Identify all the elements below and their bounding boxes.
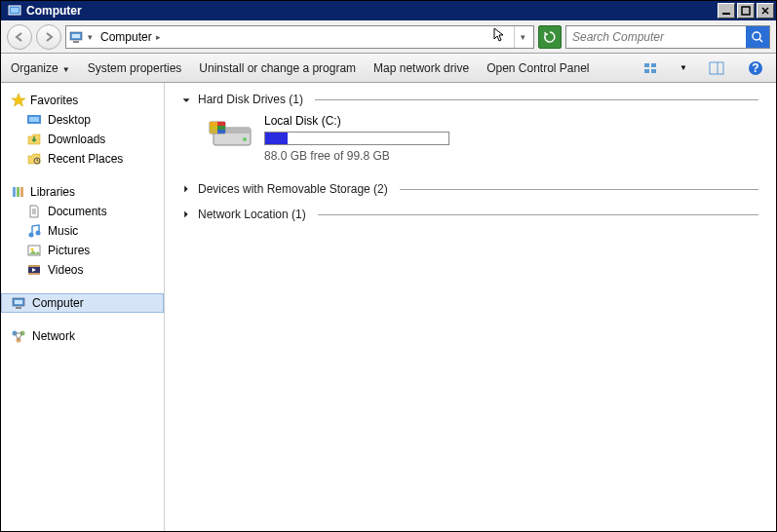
svg-rect-37: [16, 307, 21, 309]
sidebar-item-network[interactable]: Network: [1, 326, 164, 346]
hard-disk-icon: [208, 114, 254, 153]
sidebar-item-pictures[interactable]: Pictures: [1, 241, 164, 260]
svg-rect-51: [210, 122, 217, 133]
divider: [400, 189, 758, 190]
sidebar-item-label: Pictures: [48, 244, 90, 257]
map-network-drive-button[interactable]: Map network drive: [373, 61, 469, 75]
section-header-hdd[interactable]: 🞃 Hard Disk Drives (1): [182, 93, 758, 106]
favorites-header[interactable]: Favorites: [1, 91, 164, 110]
pictures-icon: [26, 243, 42, 258]
minimize-button[interactable]: [718, 3, 735, 19]
address-bar[interactable]: ▾ Computer ▸ ▾: [65, 25, 534, 49]
refresh-button[interactable]: [538, 25, 562, 49]
libraries-icon: [11, 184, 26, 200]
cursor-icon: [492, 27, 506, 46]
svg-point-31: [31, 248, 34, 251]
system-properties-button[interactable]: System properties: [88, 61, 182, 75]
search-input[interactable]: [566, 30, 746, 44]
svg-text:?: ?: [752, 61, 758, 75]
documents-icon: [26, 204, 42, 219]
svg-rect-15: [710, 62, 723, 74]
section-header-removable[interactable]: 🞂 Devices with Removable Storage (2): [182, 182, 758, 196]
help-button[interactable]: ?: [745, 57, 766, 79]
downloads-icon: [26, 132, 42, 147]
svg-rect-36: [15, 300, 22, 304]
preview-pane-button[interactable]: [706, 57, 727, 79]
drive-name: Local Disk (C:): [264, 114, 449, 128]
svg-rect-12: [651, 63, 656, 67]
star-icon: [11, 93, 26, 108]
favorites-label: Favorites: [30, 94, 78, 107]
sidebar-item-label: Network: [32, 329, 75, 343]
sidebar-item-videos[interactable]: Videos: [1, 260, 164, 280]
command-bar: Organize▼ System properties Uninstall or…: [1, 54, 776, 83]
section-label: Network Location (1): [198, 208, 306, 221]
section-label: Devices with Removable Storage (2): [198, 182, 388, 196]
sidebar-item-label: Desktop: [48, 113, 91, 127]
address-history-button[interactable]: ▾: [514, 26, 531, 48]
sidebar-item-documents[interactable]: Documents: [1, 202, 164, 221]
libraries-label: Libraries: [30, 185, 75, 199]
sidebar-item-recent-places[interactable]: Recent Places: [1, 149, 164, 169]
divider: [315, 99, 758, 100]
svg-point-46: [243, 137, 247, 141]
svg-point-9: [753, 32, 760, 40]
svg-rect-22: [13, 187, 16, 197]
svg-rect-7: [72, 34, 80, 38]
chevron-down-icon: 🞃: [182, 95, 192, 104]
navigation-bar: ▾ Computer ▸ ▾: [1, 20, 776, 54]
chevron-right-icon: 🞂: [182, 209, 192, 219]
breadcrumb-label: Computer: [100, 30, 152, 44]
svg-rect-1: [11, 8, 19, 13]
sidebar-item-label: Recent Places: [48, 152, 123, 166]
computer-icon: [11, 295, 26, 311]
drive-free-space: 88.0 GB free of 99.8 GB: [264, 149, 449, 163]
svg-rect-11: [644, 63, 649, 67]
title-bar: Computer: [1, 1, 776, 20]
close-button[interactable]: [757, 3, 774, 19]
sidebar-item-desktop[interactable]: Desktop: [1, 110, 164, 130]
desktop-icon: [26, 112, 42, 128]
videos-icon: [26, 262, 42, 278]
music-icon: [26, 223, 42, 239]
svg-rect-24: [20, 187, 23, 197]
system-icon: [7, 3, 22, 19]
forward-button[interactable]: [36, 24, 61, 50]
sidebar-item-label: Music: [48, 224, 78, 238]
svg-rect-34: [28, 273, 40, 275]
window-title: Computer: [26, 4, 718, 18]
svg-rect-3: [742, 7, 750, 15]
chevron-icon: ▾: [88, 32, 93, 42]
svg-rect-13: [644, 69, 649, 73]
uninstall-program-button[interactable]: Uninstall or change a program: [199, 61, 356, 75]
section-header-network-location[interactable]: 🞂 Network Location (1): [182, 208, 758, 221]
svg-line-10: [759, 39, 762, 42]
network-icon: [11, 328, 26, 344]
svg-rect-14: [651, 69, 656, 73]
drive-item-local-disk-c[interactable]: Local Disk (C:) 88.0 GB free of 99.8 GB: [182, 106, 758, 171]
drive-usage-bar: [264, 132, 449, 145]
view-options-button[interactable]: [640, 57, 661, 79]
libraries-header[interactable]: Libraries: [1, 182, 164, 202]
chevron-right-icon: ▸: [156, 32, 161, 42]
navigation-pane: Favorites Desktop Downloads Recent Place…: [1, 83, 165, 531]
sidebar-item-computer[interactable]: Computer: [1, 293, 164, 313]
maximize-button[interactable]: [737, 3, 755, 19]
view-dropdown-button[interactable]: ▼: [679, 57, 688, 79]
svg-rect-8: [73, 41, 79, 43]
section-label: Hard Disk Drives (1): [198, 93, 303, 106]
sidebar-item-downloads[interactable]: Downloads: [1, 130, 164, 149]
back-button[interactable]: [7, 24, 32, 50]
chevron-right-icon: 🞂: [182, 184, 192, 194]
svg-rect-33: [28, 265, 40, 267]
sidebar-item-music[interactable]: Music: [1, 221, 164, 241]
search-button[interactable]: [746, 26, 769, 48]
organize-button[interactable]: Organize▼: [11, 61, 70, 75]
search-box[interactable]: [565, 25, 770, 49]
svg-point-29: [36, 231, 41, 236]
open-control-panel-button[interactable]: Open Control Panel: [486, 61, 589, 75]
content-pane: 🞃 Hard Disk Drives (1): [165, 83, 776, 531]
breadcrumb-computer[interactable]: Computer ▸: [97, 27, 165, 47]
computer-icon: [68, 29, 84, 45]
sidebar-item-label: Computer: [32, 296, 84, 310]
